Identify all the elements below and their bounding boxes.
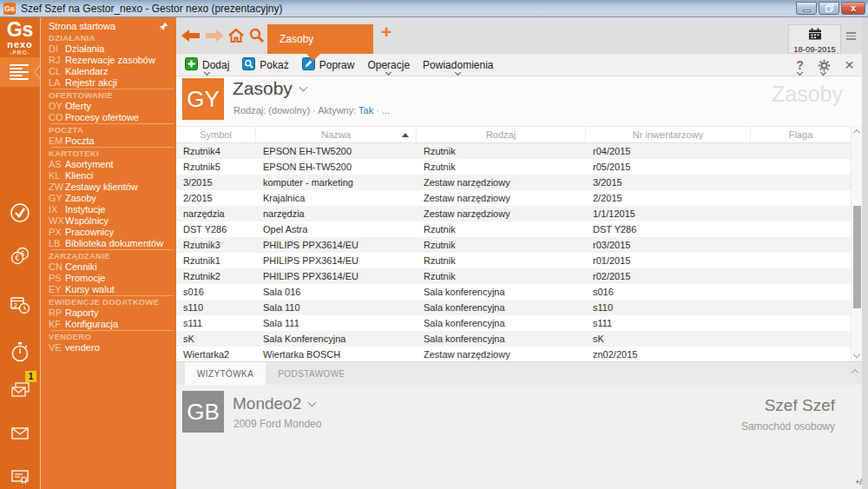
sidebar-item-procesy-ofertowe[interactable]: COProcesy ofertowe xyxy=(41,112,176,123)
sidebar-item-rejestr-akcji[interactable]: LARejestr akcji xyxy=(41,77,176,89)
sidebar-section-działania: DZIAŁANIA xyxy=(41,32,176,43)
table-row-s016[interactable]: s016Sala 016Sala konferencyjnas016 xyxy=(176,284,851,300)
sidebar-item-vendero[interactable]: VEvendero xyxy=(41,342,176,354)
close-view-icon[interactable]: × xyxy=(845,54,854,76)
timer-icon[interactable] xyxy=(9,340,31,363)
sidebar-item-rezerwacje-zasobów[interactable]: RJRezerwacje zasobów xyxy=(41,55,176,66)
sidebar-item-kursy-walut[interactable]: EYKursy walut xyxy=(41,284,176,295)
toolbar-items: DodajPokażPoprawOperacjePowiadomienia xyxy=(182,54,496,76)
search-icon[interactable] xyxy=(249,28,265,43)
column-header-symbol[interactable]: Symbol xyxy=(176,127,256,142)
minimize-icon[interactable] xyxy=(796,2,817,15)
table-scrollbar[interactable] xyxy=(851,126,862,361)
forward-icon[interactable] xyxy=(205,28,224,43)
sidebar-item-label: Strona startowa xyxy=(49,21,115,32)
sidebar-item-konfiguracja[interactable]: KFKonfiguracja xyxy=(41,319,176,330)
table-row-rzutnik3[interactable]: Rzutnik3PHILIPS PPX3614/EURzutnikr03/201… xyxy=(176,237,851,253)
help-icon[interactable]: ? xyxy=(796,54,804,76)
sidebar-item-zasoby[interactable]: GYZasoby xyxy=(41,193,176,204)
cell-rodzaj: Sala konferencyjna xyxy=(417,331,586,347)
date-button[interactable]: 18-09-2015 xyxy=(788,24,841,54)
filter-aktywny-value[interactable]: Tak xyxy=(358,105,373,116)
detail-avatar: GB xyxy=(182,391,224,433)
detail-title[interactable]: Mondeo2 xyxy=(233,394,315,413)
column-header-flaga[interactable]: Flaga xyxy=(751,127,851,142)
sidebar-item-code: CL xyxy=(49,66,65,77)
gear-icon[interactable] xyxy=(818,54,831,76)
sidebar-item-instytucje[interactable]: IXInstytucje xyxy=(41,204,176,215)
sidebar-item-pracownicy[interactable]: PXPracownicy xyxy=(41,227,176,238)
new-tab-button[interactable]: + xyxy=(381,22,391,43)
powiadomienia-button[interactable]: Powiadomienia xyxy=(420,54,496,76)
table-row-rzutnik1[interactable]: Rzutnik1PHILIPS PPX3614/EURzutnikr01/201… xyxy=(176,253,851,268)
table-row-wiertarka2[interactable]: Wiertarka2Wiertarka BOSCHZestaw narzędzi… xyxy=(176,347,851,362)
sidebar-item-wspólnicy[interactable]: WXWspólnicy xyxy=(41,215,176,227)
page-title[interactable]: Zasoby xyxy=(233,78,306,99)
table-row-rzutnik5[interactable]: Rzutnik5EPSON EH-TW5200Rzutnikr05/2015 xyxy=(176,159,851,175)
inbox-badge: 1 xyxy=(25,371,36,382)
mail-icon[interactable] xyxy=(9,422,31,445)
sidebar-item-klienci[interactable]: KLKlienci xyxy=(41,170,176,182)
sidebar-item-biblioteka-dokumentów[interactable]: LBBiblioteka dokumentów xyxy=(41,238,176,249)
cell-nr-inwentarzowy: 2/2015 xyxy=(586,190,751,206)
sidebar-item-label: Zestawy klientów xyxy=(65,182,138,193)
table-row-sk[interactable]: sKSala KonferencyjnaSala konferencyjnasK xyxy=(176,331,851,347)
home-icon[interactable] xyxy=(227,28,245,43)
table-row-dst-y286[interactable]: DST Y286Opel AstraRzutnikDST Y286 xyxy=(176,221,851,237)
table-row-s111[interactable]: s111Sala 111Sala konferencyjnas111 xyxy=(176,315,851,331)
cell-flaga xyxy=(751,206,851,221)
tab-list-icon[interactable] xyxy=(846,32,856,42)
sidebar-item-oferty[interactable]: OYOferty xyxy=(41,101,176,112)
scrollbar-thumb[interactable] xyxy=(853,206,861,308)
cell-symbol: narzędzia xyxy=(176,206,256,221)
sidebar-item-kalendarz[interactable]: CLKalendarz xyxy=(41,66,176,77)
dodaj-button[interactable]: Dodaj xyxy=(182,54,232,76)
column-header-nr-inwentarzowy[interactable]: Nr inwentarzowy xyxy=(586,127,751,142)
operacje-button[interactable]: Operacje xyxy=(365,54,412,76)
sidebar-item-promocje[interactable]: PSPromocje xyxy=(41,273,176,284)
filter-more[interactable]: ... xyxy=(382,105,390,116)
close-icon[interactable]: x xyxy=(841,2,865,15)
back-icon[interactable] xyxy=(181,28,201,43)
table-row-2-2015[interactable]: 2/2015KrajalnicaZestaw narzędziowy2/2015 xyxy=(176,190,851,206)
table-row-rzutnik4[interactable]: Rzutnik4EPSON EH-TW5200Rzutnikr04/2015 xyxy=(176,143,851,159)
sidebar-item-poczta[interactable]: EMPoczta xyxy=(41,135,176,147)
cell-symbol: s016 xyxy=(176,284,256,300)
sidebar-item-strona-startowa[interactable]: Strona startowa xyxy=(41,21,176,32)
cell-symbol: Rzutnik1 xyxy=(176,253,256,268)
pokaż-button[interactable]: Pokaż xyxy=(240,54,291,76)
sidebar-item-code: CN xyxy=(49,261,65,273)
table-row-3-2015[interactable]: 3/2015komputer - marketingZestaw narzędz… xyxy=(176,175,851,190)
schedule-icon[interactable]: 2 xyxy=(9,294,31,316)
sidebar-item-zestawy-klientów[interactable]: ZWZestawy klientów xyxy=(41,182,176,193)
calendar-icon xyxy=(808,28,822,40)
toolbar-right: ?× xyxy=(796,54,854,76)
tasks-done-icon[interactable] xyxy=(9,202,31,224)
column-header-nazwa[interactable]: Nazwa xyxy=(256,127,417,142)
sidebar-item-działania[interactable]: DIDziałania xyxy=(41,43,176,55)
restore-icon[interactable] xyxy=(819,2,839,15)
sidebar-item-label: Wspólnicy xyxy=(65,215,108,227)
filter-bar[interactable]: Rodzaj: (dowolny) · Aktywny: Tak · ... xyxy=(233,105,390,116)
scroll-up-icon[interactable] xyxy=(853,129,860,136)
sidebar-item-label: Kalendarz xyxy=(65,66,108,77)
sidebar-item-code: RJ xyxy=(49,55,65,66)
sidebar-item-raporty[interactable]: RPRaporty xyxy=(41,307,176,319)
sidebar-item-code: CO xyxy=(49,112,65,123)
cell-flaga xyxy=(751,143,851,159)
license-icon[interactable] xyxy=(9,466,31,488)
finance-icon[interactable]: $ € xyxy=(9,245,31,268)
cell-flaga xyxy=(751,268,851,284)
table-row-narzędzia[interactable]: narzędzianarzędziaZestaw narzędziowy1/1/… xyxy=(176,206,851,221)
tab-bar: Zasoby + 18-09-2015 xyxy=(176,17,868,54)
table-row-s110[interactable]: s110Sala 110Sala konferencyjnas110 xyxy=(176,300,851,315)
tab-zasoby[interactable]: Zasoby xyxy=(267,24,373,54)
sidebar-item-asortyment[interactable]: ASAsortyment xyxy=(41,159,176,170)
tab-podstawowe[interactable]: PODSTAWOWE xyxy=(266,362,357,386)
column-header-rodzaj[interactable]: Rodzaj xyxy=(417,127,586,142)
scroll-down-icon[interactable] xyxy=(853,351,860,358)
table-row-rzutnik2[interactable]: Rzutnik2PHILIPS PPX3614/EURzutnikr02/201… xyxy=(176,268,851,284)
sidebar-item-cenniki[interactable]: CNCenniki xyxy=(41,261,176,273)
tab-wizytówka[interactable]: WIZYTÓWKA xyxy=(185,362,266,386)
cell-flaga xyxy=(751,190,851,206)
